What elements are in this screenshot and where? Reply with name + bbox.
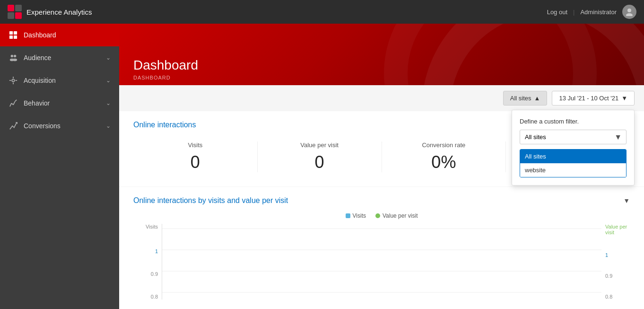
behavior-icon [9, 98, 18, 108]
audience-icon [9, 53, 18, 62]
svg-line-18 [15, 100, 17, 102]
legend-label-visits: Visits [353, 212, 366, 219]
chevron-down-icon: ⌄ [106, 54, 111, 61]
value-per-visit-label: Value per visit [258, 141, 382, 149]
sidebar-label-audience: Audience [24, 54, 51, 62]
svg-rect-3 [14, 31, 17, 35]
acquisition-icon [9, 76, 18, 85]
sidebar-item-audience[interactable]: Audience ⌄ [0, 46, 119, 69]
admin-name: Administrator [580, 9, 617, 16]
y-tick-09: 0.9 [151, 271, 158, 277]
legend-label-value: Value per visit [383, 212, 418, 219]
stat-visits: Visits 0 [133, 141, 258, 172]
svg-rect-4 [9, 35, 13, 39]
y-tick-right-08: 0.8 [605, 294, 612, 300]
app-title: Experience Analytics [26, 8, 92, 16]
option-all-sites[interactable]: All sites [520, 150, 626, 163]
chart-section: Online interactions by visits and value … [119, 187, 644, 309]
legend-dot-value [375, 213, 380, 218]
chevron-down-icon-4: ⌄ [106, 123, 111, 129]
conversion-rate-label: Conversion rate [382, 141, 506, 149]
all-sites-button[interactable]: All sites ▲ [503, 91, 548, 106]
svg-point-1 [626, 13, 633, 16]
value-per-visit-value: 0 [258, 152, 382, 172]
app-brand: Experience Analytics [8, 5, 92, 19]
chevron-down-icon-3: ⌄ [106, 100, 111, 106]
visits-value: 0 [133, 152, 257, 172]
date-range-button[interactable]: 13 Jul '21 - 10 Oct '21 ▼ [552, 91, 635, 106]
dashboard-icon [9, 30, 18, 40]
all-sites-label: All sites [510, 95, 531, 102]
chart-y-axis-left: Visits 1 0.9 0.8 [133, 224, 162, 300]
app-logo [8, 5, 22, 19]
legend-dot-visits [346, 213, 350, 218]
svg-rect-5 [14, 35, 17, 39]
y-tick-right-09: 0.9 [605, 273, 612, 279]
logo-cell-3 [8, 12, 14, 19]
filter-instruction: Define a custom filter. [520, 118, 627, 125]
sidebar-label-behavior: Behavior [24, 99, 50, 107]
svg-line-17 [13, 101, 15, 105]
sites-arrow-icon: ▲ [534, 95, 540, 102]
chart-inner [162, 224, 601, 300]
header-banner: Dashboard DASHBOARD [119, 24, 644, 85]
y-tick-1: 1 [155, 248, 158, 254]
dropdown-options-list: All sites website [520, 149, 627, 177]
svg-point-7 [14, 55, 16, 57]
conversions-icon [9, 121, 18, 131]
logo-cell-4 [15, 12, 22, 19]
logo-cell-2 [15, 5, 22, 11]
sidebar-item-conversions[interactable]: Conversions ⌄ [0, 115, 119, 137]
y-tick-08: 0.8 [151, 294, 158, 300]
chart-y-axis-right: Value per visit 1 0.9 0.8 [601, 224, 630, 300]
chart-title: Online interactions by visits and value … [133, 196, 288, 205]
sidebar-item-dashboard[interactable]: Dashboard [0, 24, 119, 46]
visits-label: Visits [133, 141, 257, 149]
conversion-rate-value: 0% [382, 152, 506, 172]
svg-point-6 [11, 55, 13, 57]
svg-rect-2 [9, 31, 13, 35]
svg-point-9 [13, 59, 17, 61]
filter-bar: All sites ▲ 13 Jul '21 - 10 Oct '21 ▼ De… [119, 85, 644, 111]
main-content: All sites ▲ 13 Jul '21 - 10 Oct '21 ▼ De… [119, 85, 644, 309]
sidebar-label-acquisition: Acquisition [24, 77, 56, 84]
nav-separator: | [573, 9, 574, 16]
chevron-down-icon-2: ⌄ [106, 77, 111, 84]
svg-point-10 [12, 79, 14, 81]
y-tick-right-1: 1 [605, 252, 608, 258]
breadcrumb: DASHBOARD [133, 75, 630, 80]
stat-conversion-rate: Conversion rate 0% [382, 141, 506, 172]
avatar[interactable] [622, 5, 636, 19]
custom-filter-dropdown: Define a custom filter. All sites websit… [512, 110, 635, 185]
chart-legend: Visits Value per visit [133, 212, 630, 219]
date-arrow-icon: ▼ [621, 95, 627, 102]
sidebar-label-dashboard: Dashboard [24, 31, 56, 39]
top-nav-right: Log out | Administrator [547, 5, 636, 19]
sites-select[interactable]: All sites website [520, 130, 627, 144]
logo-cell-1 [8, 5, 14, 11]
svg-point-0 [627, 9, 631, 12]
y-label-left: Visits [146, 224, 158, 230]
svg-line-15 [10, 103, 12, 106]
date-range-label: 13 Jul '21 - 10 Oct '21 [559, 95, 618, 102]
sidebar-label-conversions: Conversions [24, 122, 61, 130]
logout-link[interactable]: Log out [547, 9, 567, 16]
chart-toggle-button[interactable]: ▼ [623, 197, 630, 204]
chart-header: Online interactions by visits and value … [133, 196, 630, 205]
page-title: Dashboard [133, 58, 630, 73]
top-navigation: Experience Analytics Log out | Administr… [0, 0, 644, 24]
legend-value-per-visit: Value per visit [375, 212, 418, 219]
stat-value-per-visit: Value per visit 0 [258, 141, 382, 172]
sidebar-item-behavior[interactable]: Behavior ⌄ [0, 92, 119, 115]
sites-select-wrapper: All sites website ▼ [520, 130, 627, 144]
chart-area: Visits 1 0.9 0.8 Value per visit [133, 224, 630, 300]
legend-visits: Visits [346, 212, 366, 219]
option-website[interactable]: website [520, 163, 626, 177]
y-label-right: Value per visit [605, 224, 630, 235]
sidebar-item-acquisition[interactable]: Acquisition ⌄ [0, 69, 119, 92]
sidebar: Dashboard Audience ⌄ [0, 24, 119, 309]
